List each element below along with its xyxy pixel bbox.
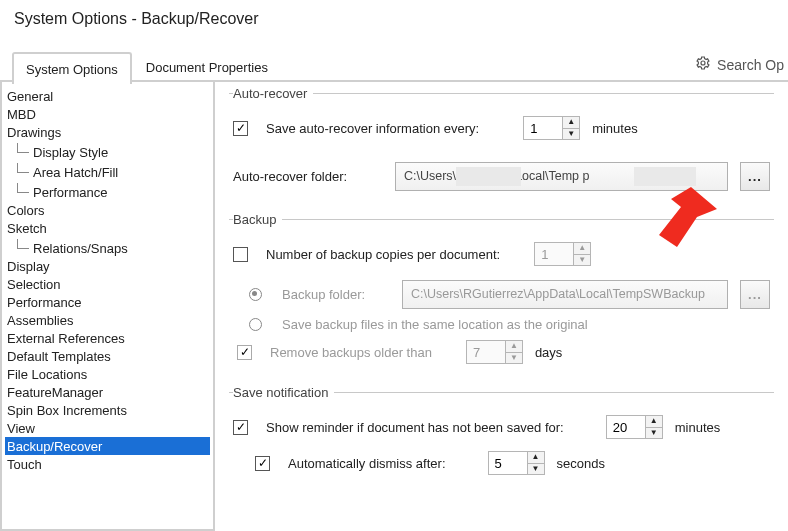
- tab-document-properties[interactable]: Document Properties: [132, 50, 282, 82]
- sidebar-item-performance[interactable]: Performance: [5, 181, 210, 201]
- auto-recover-group: Auto-recover Save auto-recover informati…: [229, 86, 774, 198]
- sidebar-item-drawings[interactable]: Drawings: [5, 123, 210, 141]
- sidebar-item-external-references[interactable]: External References: [5, 329, 210, 347]
- search-options[interactable]: Search Op: [691, 50, 788, 79]
- auto-recover-browse-button[interactable]: ...: [740, 162, 770, 191]
- stepper-down-icon[interactable]: ▼: [528, 464, 544, 475]
- sidebar-item-area-hatch-fill[interactable]: Area Hatch/Fill: [5, 161, 210, 181]
- backup-group: Backup Number of backup copies per docum…: [229, 212, 774, 371]
- sidebar-item-sketch[interactable]: Sketch: [5, 219, 210, 237]
- sidebar-item-selection[interactable]: Selection: [5, 275, 210, 293]
- sidebar-item-backup-recover[interactable]: Backup/Recover: [5, 437, 210, 455]
- reminder-interval-input[interactable]: [607, 416, 645, 438]
- same-location-radio: [249, 318, 262, 331]
- sidebar-item-mbd[interactable]: MBD: [5, 105, 210, 123]
- save-auto-recover-label: Save auto-recover information every:: [266, 121, 479, 136]
- search-label: Search Op: [717, 57, 784, 73]
- backup-browse-button: ...: [740, 280, 770, 309]
- sidebar-item-display[interactable]: Display: [5, 257, 210, 275]
- sidebar: GeneralMBDDrawingsDisplay StyleArea Hatc…: [0, 82, 215, 531]
- backup-folder-field: C:\Users\RGutierrez\AppData\Local\TempSW…: [402, 280, 728, 309]
- stepper-up-icon: ▲: [506, 341, 522, 353]
- backup-folder-radio: [249, 288, 262, 301]
- stepper-down-icon[interactable]: ▼: [563, 129, 579, 140]
- save-notification-group: Save notification Show reminder if docum…: [229, 385, 774, 482]
- stepper-down-icon: ▼: [574, 255, 590, 266]
- gear-icon: [695, 55, 711, 74]
- dismiss-unit: seconds: [557, 456, 605, 471]
- show-reminder-checkbox[interactable]: [233, 420, 248, 435]
- save-auto-recover-checkbox[interactable]: [233, 121, 248, 136]
- sidebar-item-performance[interactable]: Performance: [5, 293, 210, 311]
- remove-backups-unit: days: [535, 345, 562, 360]
- sidebar-item-spin-box-increments[interactable]: Spin Box Increments: [5, 401, 210, 419]
- stepper-up-icon[interactable]: ▲: [528, 452, 544, 464]
- tab-system-options[interactable]: System Options: [12, 52, 132, 84]
- window-title: System Options - Backup/Recover: [0, 0, 788, 46]
- sidebar-item-view[interactable]: View: [5, 419, 210, 437]
- content-panel: Auto-recover Save auto-recover informati…: [215, 82, 788, 531]
- backup-copies-input: [535, 243, 573, 265]
- auto-recover-legend: Auto-recover: [233, 86, 313, 101]
- sidebar-item-colors[interactable]: Colors: [5, 201, 210, 219]
- same-location-label: Save backup files in the same location a…: [282, 317, 588, 332]
- sidebar-item-relations-snaps[interactable]: Relations/Snaps: [5, 237, 210, 257]
- redacted-region: [456, 167, 521, 186]
- svg-point-0: [701, 61, 705, 65]
- backup-copies-checkbox[interactable]: [233, 247, 248, 262]
- reminder-interval-stepper[interactable]: ▲▼: [606, 415, 663, 439]
- stepper-up-icon: ▲: [574, 243, 590, 255]
- sidebar-item-touch[interactable]: Touch: [5, 455, 210, 473]
- sidebar-item-file-locations[interactable]: File Locations: [5, 365, 210, 383]
- backup-copies-label: Number of backup copies per document:: [266, 247, 500, 262]
- auto-dismiss-label: Automatically dismiss after:: [288, 456, 446, 471]
- auto-recover-interval-input[interactable]: [524, 117, 562, 139]
- remove-backups-label: Remove backups older than: [270, 345, 432, 360]
- sidebar-item-default-templates[interactable]: Default Templates: [5, 347, 210, 365]
- remove-backups-input: [467, 341, 505, 363]
- dismiss-interval-input[interactable]: [489, 452, 527, 474]
- remove-backups-checkbox: [237, 345, 252, 360]
- auto-recover-unit: minutes: [592, 121, 638, 136]
- sidebar-item-display-style[interactable]: Display Style: [5, 141, 210, 161]
- tab-bar: System Options Document Properties Searc…: [0, 46, 788, 82]
- auto-dismiss-checkbox[interactable]: [255, 456, 270, 471]
- show-reminder-label: Show reminder if document has not been s…: [266, 420, 564, 435]
- auto-recover-interval-stepper[interactable]: ▲▼: [523, 116, 580, 140]
- remove-backups-stepper: ▲▼: [466, 340, 523, 364]
- backup-copies-stepper: ▲▼: [534, 242, 591, 266]
- save-notification-legend: Save notification: [233, 385, 334, 400]
- dismiss-interval-stepper[interactable]: ▲▼: [488, 451, 545, 475]
- stepper-down-icon: ▼: [506, 353, 522, 364]
- auto-recover-folder-field[interactable]: C:\Users\ \AppData\Local\Temp p: [395, 162, 728, 191]
- backup-legend: Backup: [233, 212, 282, 227]
- reminder-unit: minutes: [675, 420, 721, 435]
- sidebar-item-general[interactable]: General: [5, 87, 210, 105]
- stepper-up-icon[interactable]: ▲: [563, 117, 579, 129]
- auto-recover-folder-label: Auto-recover folder:: [233, 169, 383, 184]
- sidebar-item-featuremanager[interactable]: FeatureManager: [5, 383, 210, 401]
- redacted-region: [634, 167, 696, 186]
- sidebar-item-assemblies[interactable]: Assemblies: [5, 311, 210, 329]
- stepper-down-icon[interactable]: ▼: [646, 428, 662, 439]
- stepper-up-icon[interactable]: ▲: [646, 416, 662, 428]
- backup-folder-label: Backup folder:: [282, 287, 390, 302]
